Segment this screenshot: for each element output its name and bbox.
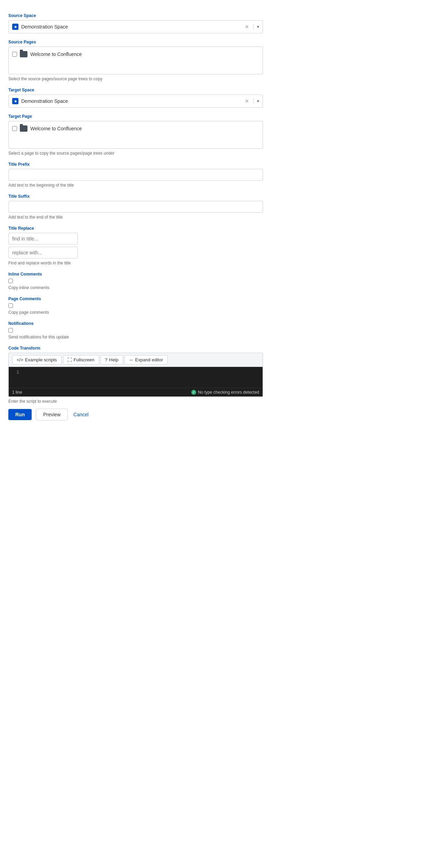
source-space-section: Source Space ★ Demonstration Space ✕ ▾ xyxy=(8,13,263,33)
source-space-icon: ★ xyxy=(12,24,18,30)
source-pages-hint: Select the source pages/source page tree… xyxy=(8,76,263,81)
target-space-clear[interactable]: ✕ xyxy=(244,98,250,105)
line-number-1: 1 xyxy=(12,370,19,375)
page-comments-row xyxy=(8,303,263,308)
page-comments-hint: Copy page comments xyxy=(8,310,263,315)
code-transform-hint: Enter the script to execute xyxy=(8,399,263,404)
target-page-list: Welcome to Confluence xyxy=(8,121,263,149)
source-space-chevron[interactable]: ▾ xyxy=(257,24,259,29)
line-numbers: 1 xyxy=(9,367,23,388)
notifications-checkbox[interactable] xyxy=(8,328,13,333)
target-page-label: Target Page xyxy=(8,114,263,119)
example-scripts-label: Example scripts xyxy=(25,357,57,362)
target-page-section: Target Page Welcome to Confluence Select… xyxy=(8,114,263,156)
status-ok-icon xyxy=(191,390,196,395)
page-comments-label: Page Comments xyxy=(8,296,263,301)
title-replace-hint: Find and replace words in the title xyxy=(8,261,263,265)
expand-editor-button[interactable]: ↔ Expand editor xyxy=(125,355,168,365)
title-replace-group xyxy=(8,233,263,259)
notifications-row xyxy=(8,328,263,333)
expand-editor-label: Expand editor xyxy=(135,357,163,362)
source-pages-section: Source Pages Welcome to Confluence Selec… xyxy=(8,40,263,81)
title-suffix-section: Title Suffix Add text to the end of the … xyxy=(8,194,263,220)
target-page-checkbox-0[interactable] xyxy=(12,126,17,131)
target-space-section: Target Space ★ Demonstration Space ✕ ▾ xyxy=(8,88,263,108)
target-space-chevron[interactable]: ▾ xyxy=(257,99,259,104)
inline-comments-checkbox[interactable] xyxy=(8,279,13,283)
source-space-select[interactable]: ★ Demonstration Space ✕ ▾ xyxy=(8,20,263,33)
inline-comments-section: Inline Comments Copy inline comments xyxy=(8,272,263,290)
code-transform-section: Code Transform </> Example scripts ⛶ Ful… xyxy=(8,346,263,404)
fullscreen-icon: ⛶ xyxy=(67,357,72,362)
code-toolbar: </> Example scripts ⛶ Fullscreen ? Help … xyxy=(8,353,263,367)
target-page-hint: Select a page to copy the source pages/p… xyxy=(8,151,263,156)
page-comments-checkbox[interactable] xyxy=(8,303,13,308)
folder-icon xyxy=(20,125,27,132)
fullscreen-label: Fullscreen xyxy=(74,357,95,362)
source-space-clear[interactable]: ✕ xyxy=(244,23,250,30)
target-space-select[interactable]: ★ Demonstration Space ✕ ▾ xyxy=(8,95,263,108)
list-item: Welcome to Confluence xyxy=(11,124,260,133)
code-editor-inner: 1 xyxy=(9,367,263,388)
source-page-name-0: Welcome to Confluence xyxy=(30,51,82,57)
fullscreen-button[interactable]: ⛶ Fullscreen xyxy=(63,355,99,365)
title-replace-input[interactable] xyxy=(8,247,78,259)
help-icon: ? xyxy=(105,357,107,362)
source-space-value: Demonstration Space xyxy=(21,24,68,30)
status-ok: No type checking errors detected xyxy=(191,390,259,395)
target-space-icon: ★ xyxy=(12,98,18,104)
page-comments-section: Page Comments Copy page comments xyxy=(8,296,263,315)
status-ok-text: No type checking errors detected xyxy=(198,390,259,395)
run-button[interactable]: Run xyxy=(8,409,32,420)
title-prefix-hint: Add text to the beginning of the title xyxy=(8,183,263,188)
target-space-label: Target Space xyxy=(8,88,263,92)
title-suffix-input[interactable] xyxy=(8,201,263,213)
code-status-bar: 1 line No type checking errors detected xyxy=(9,388,263,396)
title-prefix-input[interactable] xyxy=(8,169,263,181)
title-replace-section: Title Replace Find and replace words in … xyxy=(8,226,263,265)
code-icon: </> xyxy=(17,357,23,362)
bottom-actions: Run Preview Cancel xyxy=(8,409,263,420)
title-prefix-label: Title Prefix xyxy=(8,162,263,167)
title-suffix-label: Title Suffix xyxy=(8,194,263,199)
title-replace-label: Title Replace xyxy=(8,226,263,231)
list-item: Welcome to Confluence xyxy=(11,50,260,59)
code-transform-label: Code Transform xyxy=(8,346,263,351)
inline-comments-hint: Copy inline comments xyxy=(8,285,263,290)
preview-button[interactable]: Preview xyxy=(36,409,68,420)
help-label: Help xyxy=(109,357,119,362)
folder-icon xyxy=(20,51,27,57)
source-pages-list: Welcome to Confluence xyxy=(8,47,263,74)
notifications-hint: Send notifications for this update xyxy=(8,335,263,339)
inline-comments-label: Inline Comments xyxy=(8,272,263,277)
target-space-value: Demonstration Space xyxy=(21,98,68,104)
notifications-section: Notifications Send notifications for thi… xyxy=(8,321,263,339)
source-pages-label: Source Pages xyxy=(8,40,263,44)
help-button[interactable]: ? Help xyxy=(101,355,123,365)
inline-comments-row xyxy=(8,279,263,283)
source-space-label: Source Space xyxy=(8,13,263,18)
target-page-name-0: Welcome to Confluence xyxy=(30,126,82,131)
line-count: 1 line xyxy=(12,390,22,395)
title-find-input[interactable] xyxy=(8,233,78,245)
example-scripts-button[interactable]: </> Example scripts xyxy=(12,355,62,365)
expand-icon: ↔ xyxy=(129,357,134,362)
source-page-checkbox-0[interactable] xyxy=(12,52,17,57)
code-editor-area: 1 1 line No type checking errors detecte… xyxy=(8,367,263,397)
title-suffix-hint: Add text to the end of the title xyxy=(8,215,263,220)
notifications-label: Notifications xyxy=(8,321,263,326)
cancel-button[interactable]: Cancel xyxy=(72,409,90,420)
code-content[interactable] xyxy=(23,367,263,388)
title-prefix-section: Title Prefix Add text to the beginning o… xyxy=(8,162,263,188)
